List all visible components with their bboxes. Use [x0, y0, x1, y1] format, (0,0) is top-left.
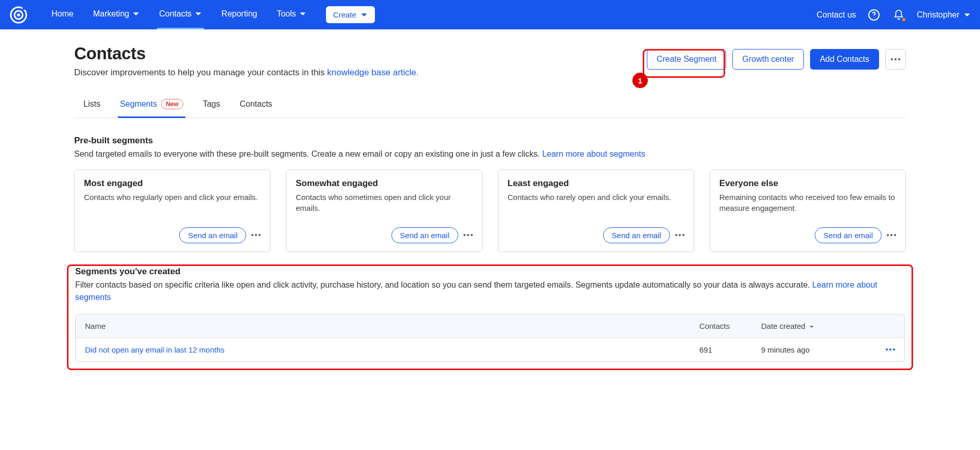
card-more-icon[interactable]	[463, 234, 473, 236]
create-button[interactable]: Create	[326, 6, 375, 23]
nav-items: Home Marketing Contacts Reporting Tools …	[49, 0, 375, 29]
top-nav: Home Marketing Contacts Reporting Tools …	[0, 0, 980, 29]
card-title: Least engaged	[508, 178, 684, 189]
page-header: Contacts Discover improvements to help y…	[74, 44, 906, 79]
prebuilt-title: Pre-built segments	[74, 136, 906, 146]
tabs: Lists SegmentsNew Tags Contacts	[74, 94, 906, 118]
created-segments-section: Segments you've created Filter contacts …	[74, 266, 906, 369]
card-title: Everyone else	[719, 178, 896, 189]
card-most-engaged: Most engaged Contacts who regularly open…	[74, 170, 270, 252]
page-title: Contacts	[74, 44, 637, 63]
tab-lists[interactable]: Lists	[81, 94, 102, 118]
col-date[interactable]: Date created	[761, 322, 864, 330]
nav-tools[interactable]: Tools	[274, 0, 308, 29]
chevron-down-icon	[195, 10, 202, 18]
nav-marketing[interactable]: Marketing	[91, 0, 142, 29]
header-actions: Create Segment 1 Growth center Add Conta…	[647, 44, 906, 70]
svg-point-2	[17, 13, 20, 16]
card-more-icon[interactable]	[675, 234, 684, 236]
segment-name-link[interactable]: Did not open any email in last 12 months	[85, 345, 699, 354]
col-contacts[interactable]: Contacts	[699, 322, 761, 330]
card-desc: Contacts who rarely open and click your …	[508, 192, 684, 203]
send-email-button[interactable]: Send an email	[815, 227, 882, 243]
add-contacts-button[interactable]: Add Contacts	[810, 49, 879, 70]
tab-tags[interactable]: Tags	[201, 94, 222, 118]
tab-contacts[interactable]: Contacts	[237, 94, 274, 118]
nav-right: Contact us Christopher	[817, 8, 971, 22]
nav-home[interactable]: Home	[49, 0, 76, 29]
card-more-icon[interactable]	[251, 234, 261, 236]
chevron-down-icon	[964, 11, 971, 19]
page: Contacts Discover improvements to help y…	[0, 29, 980, 369]
send-email-button[interactable]: Send an email	[179, 227, 246, 243]
sort-down-icon	[809, 322, 815, 330]
learn-segments-link[interactable]: Learn more about segments	[542, 149, 645, 158]
send-email-button[interactable]: Send an email	[603, 227, 670, 243]
card-more-icon[interactable]	[887, 234, 896, 236]
kb-article-link[interactable]: knowledge base article.	[327, 68, 419, 77]
svg-rect-3	[23, 7, 28, 10]
table-header: Name Contacts Date created	[76, 314, 904, 338]
chevron-down-icon	[299, 10, 306, 18]
segment-date: 9 minutes ago	[761, 345, 864, 354]
card-desc: Contacts who sometimes open and click yo…	[296, 192, 472, 213]
chevron-down-icon	[360, 11, 368, 19]
segment-contacts: 691	[699, 345, 761, 354]
notification-dot-icon	[902, 18, 906, 22]
segments-table: Name Contacts Date created Did not open …	[75, 314, 905, 362]
card-somewhat-engaged: Somewhat engaged Contacts who sometimes …	[286, 170, 482, 252]
help-icon[interactable]	[867, 8, 881, 22]
create-segment-button[interactable]: Create Segment	[647, 49, 727, 70]
nav-contacts[interactable]: Contacts	[157, 0, 204, 29]
more-actions-button[interactable]	[885, 49, 906, 70]
created-title: Segments you've created	[75, 266, 905, 277]
prebuilt-desc: Send targeted emails to everyone with th…	[74, 148, 906, 160]
growth-center-button[interactable]: Growth center	[732, 49, 803, 70]
chevron-down-icon	[132, 10, 140, 18]
page-subtitle: Discover improvements to help you manage…	[74, 66, 637, 79]
nav-reporting[interactable]: Reporting	[219, 0, 259, 29]
prebuilt-cards: Most engaged Contacts who regularly open…	[74, 170, 906, 252]
contact-us-link[interactable]: Contact us	[817, 10, 856, 20]
card-least-engaged: Least engaged Contacts who rarely open a…	[498, 170, 694, 252]
bell-icon[interactable]	[892, 8, 905, 22]
created-desc: Filter contacts based on specific criter…	[75, 279, 905, 304]
card-title: Somewhat engaged	[296, 178, 472, 189]
new-badge: New	[161, 99, 183, 109]
card-desc: Remaining contacts who received too few …	[719, 192, 896, 213]
row-more-icon[interactable]	[886, 348, 895, 351]
send-email-button[interactable]: Send an email	[391, 227, 458, 243]
card-everyone-else: Everyone else Remaining contacts who rec…	[710, 170, 906, 252]
user-menu[interactable]: Christopher	[917, 10, 971, 20]
app-logo-icon[interactable]	[9, 6, 28, 24]
svg-point-5	[873, 17, 874, 18]
table-row: Did not open any email in last 12 months…	[76, 338, 904, 361]
col-name[interactable]: Name	[85, 322, 699, 330]
tab-segments[interactable]: SegmentsNew	[118, 94, 185, 118]
card-title: Most engaged	[84, 178, 261, 189]
card-desc: Contacts who regularly open and click yo…	[84, 192, 261, 203]
